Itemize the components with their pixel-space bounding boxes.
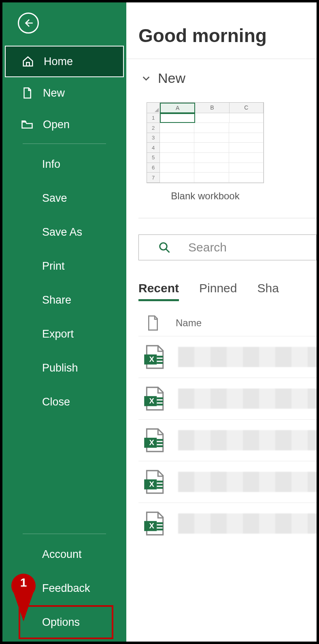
svg-rect-20 bbox=[157, 484, 163, 486]
nav-new[interactable]: New bbox=[2, 77, 126, 109]
nav-home[interactable]: Home bbox=[5, 46, 124, 77]
file-name-redacted bbox=[178, 472, 317, 492]
tab-recent[interactable]: Recent bbox=[138, 281, 179, 301]
nav-feedback[interactable]: Feedback bbox=[2, 571, 126, 605]
svg-rect-4 bbox=[157, 356, 163, 358]
nav-open[interactable]: Open bbox=[2, 109, 126, 140]
svg-rect-15 bbox=[157, 442, 163, 444]
chevron-down-icon bbox=[142, 74, 151, 83]
nav-home-label: Home bbox=[44, 55, 73, 68]
column-name-label: Name bbox=[176, 317, 202, 329]
nav-print[interactable]: Print bbox=[2, 249, 126, 283]
nav-close[interactable]: Close bbox=[2, 385, 126, 419]
svg-rect-11 bbox=[157, 403, 163, 405]
tab-pinned[interactable]: Pinned bbox=[199, 281, 237, 301]
svg-rect-21 bbox=[157, 487, 163, 489]
file-icon bbox=[21, 87, 33, 99]
nav-divider-bottom bbox=[23, 534, 106, 534]
back-button[interactable] bbox=[18, 13, 39, 34]
excel-file-icon: X bbox=[142, 511, 167, 536]
file-name-redacted bbox=[178, 347, 317, 367]
svg-rect-24 bbox=[157, 522, 163, 524]
svg-text:X: X bbox=[149, 522, 155, 530]
svg-text:X: X bbox=[149, 480, 155, 488]
nav-info[interactable]: Info bbox=[2, 147, 126, 181]
template-blank-workbook[interactable]: A B C 1 2 3 4 5 6 7 Blank workbook bbox=[147, 102, 264, 202]
nav-publish[interactable]: Publish bbox=[2, 351, 126, 385]
svg-text:X: X bbox=[149, 355, 155, 363]
file-row[interactable]: X bbox=[138, 336, 317, 378]
nav-divider bbox=[23, 144, 106, 144]
main-content: Good morning New A B C 1 2 3 4 5 6 7 Bla… bbox=[126, 2, 317, 642]
nav-share[interactable]: Share bbox=[2, 283, 126, 317]
nav-export[interactable]: Export bbox=[2, 317, 126, 351]
tab-shared[interactable]: Sha bbox=[257, 281, 279, 301]
new-section-header[interactable]: New bbox=[126, 59, 317, 90]
template-label: Blank workbook bbox=[147, 190, 264, 202]
nav-save-as[interactable]: Save As bbox=[2, 215, 126, 249]
file-icon bbox=[147, 315, 160, 331]
search-icon bbox=[158, 241, 170, 253]
file-name-redacted bbox=[178, 389, 317, 409]
template-thumbnail: A B C 1 2 3 4 5 6 7 bbox=[147, 102, 264, 183]
svg-rect-26 bbox=[157, 528, 163, 530]
excel-file-icon: X bbox=[142, 386, 167, 411]
search-placeholder: Search bbox=[188, 241, 227, 254]
file-row[interactable]: X bbox=[138, 461, 317, 503]
svg-rect-9 bbox=[157, 397, 163, 399]
home-icon bbox=[22, 55, 34, 68]
excel-file-icon: X bbox=[142, 428, 167, 453]
file-row[interactable]: X bbox=[138, 419, 317, 461]
nav-options[interactable]: Options bbox=[19, 605, 113, 639]
svg-rect-25 bbox=[157, 526, 163, 528]
svg-text:X: X bbox=[149, 397, 155, 405]
file-row[interactable]: X bbox=[138, 503, 317, 544]
svg-rect-5 bbox=[157, 359, 163, 361]
folder-open-icon bbox=[21, 118, 33, 131]
recent-tabs: Recent Pinned Sha bbox=[138, 281, 317, 301]
new-section-label: New bbox=[158, 70, 185, 86]
sidebar-bottom-group: Account Feedback Options bbox=[2, 530, 126, 642]
svg-rect-6 bbox=[157, 362, 163, 364]
svg-text:X: X bbox=[149, 438, 155, 447]
excel-file-icon: X bbox=[142, 469, 167, 494]
greeting-title: Good morning bbox=[126, 11, 317, 59]
nav-save[interactable]: Save bbox=[2, 181, 126, 215]
file-name-redacted bbox=[178, 430, 317, 450]
svg-rect-16 bbox=[157, 445, 163, 447]
divider bbox=[138, 218, 317, 218]
file-row[interactable]: X bbox=[138, 378, 317, 419]
file-list-header: Name bbox=[147, 315, 317, 331]
svg-rect-19 bbox=[157, 481, 163, 483]
nav-open-label: Open bbox=[43, 118, 70, 131]
nav-account[interactable]: Account bbox=[2, 537, 126, 571]
nav-new-label: New bbox=[43, 87, 65, 99]
backstage-sidebar: Home New Open Info Save Save As Print Sh… bbox=[2, 2, 126, 642]
svg-line-1 bbox=[166, 249, 170, 253]
search-input[interactable]: Search bbox=[138, 234, 317, 260]
svg-rect-10 bbox=[157, 401, 163, 403]
excel-file-icon: X bbox=[142, 344, 167, 370]
svg-point-0 bbox=[160, 243, 167, 250]
recent-file-list: X X X X X bbox=[138, 336, 317, 544]
file-name-redacted bbox=[178, 513, 317, 534]
arrow-left-icon bbox=[23, 18, 34, 28]
svg-rect-14 bbox=[157, 439, 163, 441]
